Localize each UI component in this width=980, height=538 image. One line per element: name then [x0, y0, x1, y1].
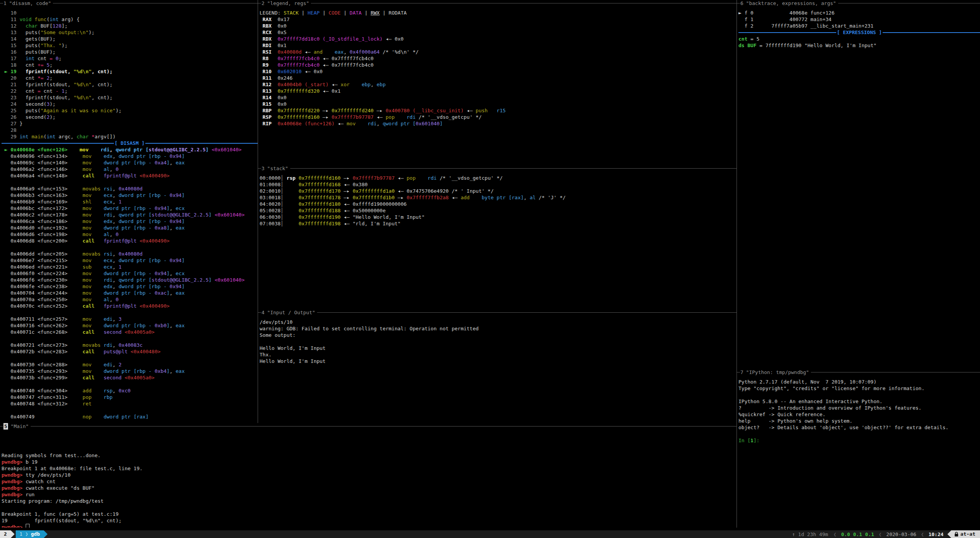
terminal-line: 06:0030│ 0x7fffffffd190 ◂— "Hello World,… [260, 214, 737, 220]
pane-title-text: "disasm, code" [9, 0, 51, 7]
terminal-line: 27 } [2, 120, 258, 127]
terminal-line: 0x40071c <func+268> call second <0x4005a… [2, 329, 258, 335]
terminal-line: Hello World, I'm Input [260, 358, 737, 364]
terminal-line [738, 431, 980, 437]
window-index: 1 [20, 530, 23, 538]
powerline-arrow-icon [44, 530, 48, 538]
terminal-line: 0x4006a4 <func+148> call fprintf@plt <0x… [2, 172, 258, 179]
pane-title-text: "backtrace, expressions, args" [746, 0, 836, 7]
terminal-line: 0x4006ca <func+186> mov edx, dword ptr [… [2, 218, 258, 225]
terminal-line: 01:0008│ 0x7fffffffd168 ◂— 0x380 [260, 181, 737, 188]
terminal-line: 20 cnt *= 2; [2, 75, 258, 81]
terminal-line: 26 second(2); [2, 114, 258, 120]
terminal-line: 0x4006d6 <func+198> mov al, 0 [2, 231, 258, 238]
pane-header-stack: 3 "stack" [258, 165, 737, 172]
terminal-line: RBP 0x7fffffffd220 —▸ 0x7fffffffd240 —▸ … [260, 107, 737, 114]
terminal-line: 0x400716 <func+262> mov dword ptr [rbp -… [2, 322, 258, 329]
gdb-console-content[interactable]: Reading symbols from test...done.pwndbg>… [0, 430, 737, 528]
terminal-line: R10 0x602010 ◂— 0x0 [260, 68, 737, 75]
terminal-line: RAX 0x17 [260, 16, 737, 23]
terminal-line: 24 second(3); [2, 101, 258, 107]
terminal-line: 07:0038│ 0x7fffffffd198 ◂— "rld, I'm Inp… [260, 220, 737, 227]
terminal-line: 0x4006b9 <func+169> shl ecx, 1 [2, 198, 258, 205]
terminal-line: 11 void func(int arg) { [2, 16, 258, 23]
terminal-line [2, 439, 737, 446]
chevron-left-icon: ❮ [834, 531, 837, 538]
terminal-line: 04:0020│ 0x7fffffffd180 ◂— 0xffffd190000… [260, 201, 737, 207]
terminal-line: R8 0x7ffff7fcb4c0 ◂— 0x7ffff7fcb4c0 [260, 55, 737, 62]
terminal-line: 0x40072b <func+283> call puts@plt <0x400… [2, 348, 258, 355]
pane-title-text: "Input / Output" [267, 309, 315, 316]
terminal-line: 0x400721 <func+273> movabs rdi, 0x40083c [2, 342, 258, 348]
terminal-line: 21 fprintf(stdout, "%d\n", cnt); [2, 81, 258, 88]
pane-number: 2 [261, 0, 265, 7]
terminal-line: f 2 7ffff7a05b97 __libc_start_main+231 [738, 23, 980, 29]
terminal-screen: 1 "disasm, code" 10 11 void func(int arg… [0, 0, 980, 538]
lock-icon [954, 532, 959, 537]
terminal-line: Some output: [260, 332, 737, 338]
terminal-line: %quickref -> Quick reference. [738, 411, 980, 418]
terminal-line: Hello World, I'm Input [260, 345, 737, 351]
terminal-line [2, 381, 258, 387]
program-io-content[interactable]: /dev/pts/10warning: GDB: Failed to set c… [258, 316, 737, 364]
backtrace-content[interactable]: ► f 0 40068e func+126 f 1 400772 main+34… [737, 7, 980, 49]
pane-border-line [53, 3, 258, 3]
pane-border-line [0, 426, 3, 426]
terminal-line: Breakpoint 1 at 0x40068e: file test.c, l… [2, 465, 737, 472]
terminal-line: 0x4006b3 <func+163> mov ecx, dword ptr [… [2, 192, 258, 198]
terminal-line: 0x40070a <func+250> mov al, 0 [2, 296, 258, 303]
terminal-line: 28 [2, 127, 258, 133]
terminal-line [260, 338, 737, 345]
window-name: gdb [31, 530, 39, 538]
terminal-line: R11 0x246 [260, 75, 737, 81]
terminal-line: 13 puts("Some output:\n"); [2, 29, 258, 36]
terminal-line [2, 355, 258, 361]
terminal-line: pwndbg> run [2, 491, 737, 498]
pane-border-line [31, 426, 737, 426]
active-pane-number: 5 [3, 423, 8, 430]
terminal-line: 03:0018│ 0x7fffffffd178 —▸ 0x7fffffffd1b… [260, 194, 737, 201]
pane-title-text: "stack" [267, 165, 288, 172]
terminal-line: 0x4006f0 <func+224> mov dword ptr [rbp -… [2, 270, 258, 277]
pane-stack: 3 "stack" 00:0000│ rsp 0x7fffffffd160 —▸… [258, 165, 737, 309]
uptime-text: ↑ 1d 23h 49m [792, 531, 828, 538]
terminal-line: 17 int cnt = 0; [2, 55, 258, 62]
terminal-line: 23 fprintf(stdout, "%d\n", cnt); [2, 94, 258, 101]
terminal-line: warning: GDB: Failed to set controlling … [260, 325, 737, 332]
terminal-line: 02:0010│ 0x7fffffffd170 —▸ 0x7fffffffd1a… [260, 188, 737, 194]
pane-disasm-code: 1 "disasm, code" 10 11 void func(int arg… [0, 0, 258, 423]
terminal-line: ds BUF = 7fffffffd190 "Hello World, I'm … [738, 42, 980, 49]
terminal-line: pwndbg> b 19 [2, 459, 737, 465]
terminal-line [2, 407, 258, 413]
chevron-right-icon: ❯ [25, 530, 28, 538]
pane-border-line [258, 3, 261, 3]
terminal-line: 0x400749 nop dword ptr [rax] [2, 413, 258, 420]
terminal-line: 0x40073b <func+299> call second <0x4005a… [2, 374, 258, 381]
powerline-arrow-icon [947, 530, 951, 538]
terminal-line: 0x4006d8 <func+200> call fprintf@plt <0x… [2, 238, 258, 244]
terminal-line: R13 0x7fffffffd320 ◂— 0x1 [260, 88, 737, 94]
registers-content[interactable]: LEGEND: STACK | HEAP | CODE | DATA | RWX… [258, 7, 737, 127]
pane-header-backtrace: 6 "backtrace, expressions, args" [737, 0, 980, 7]
pane-number: 1 [3, 0, 7, 7]
terminal-line: 0x400740 <func+304> add rsp, 0xc0 [2, 387, 258, 394]
pane-header-main: 5 "Main" [0, 423, 737, 430]
terminal-line: 0x4006f6 <func+230> mov rdi, qword ptr [… [2, 277, 258, 283]
terminal-line: RDX 0x7ffff7dd18c0 (_IO_stdfile_1_lock) … [260, 36, 737, 42]
ipython-content[interactable]: Python 2.7.17 (default, Nov 7 2019, 10:0… [737, 376, 980, 444]
pane-main-gdb: 5 "Main" Reading symbols from test...don… [0, 423, 737, 528]
stack-content[interactable]: 00:0000│ rsp 0x7fffffffd160 —▸ 0x7ffff7b… [258, 172, 737, 227]
terminal-line: 0x400696 <func+134> mov edx, dword ptr [… [2, 153, 258, 159]
terminal-line: R12 0x4004b0 (_start) ◂— xor ebp, ebp [260, 81, 737, 88]
terminal-line: 29 int main(int argc, char *argv[]) [2, 133, 258, 140]
terminal-line: 0x4006c2 <func+178> mov rdi, qword ptr [… [2, 212, 258, 218]
chevron-left-icon: ❮ [921, 531, 924, 538]
terminal-line: pwndbg> [2, 524, 737, 528]
pane-number: 6 [740, 0, 743, 7]
window-tab-gdb[interactable]: 1❯gdb [16, 530, 44, 538]
terminal-line: 15 puts("Thx. "); [2, 42, 258, 49]
terminal-line: In [1]: [738, 437, 980, 444]
pane-title-text: "legend, regs" [267, 0, 309, 7]
disasm-code-content[interactable]: 10 11 void func(int arg) { 12 char BUF[1… [0, 7, 258, 420]
session-indicator[interactable]: 2 [0, 530, 11, 538]
